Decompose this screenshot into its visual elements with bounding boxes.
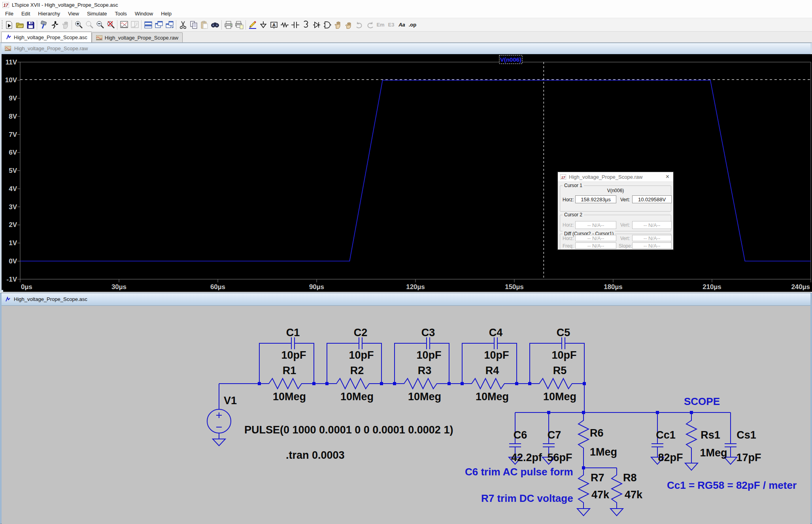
- move-button[interactable]: [332, 20, 343, 30]
- print-preview-button[interactable]: [234, 20, 244, 30]
- menu-view[interactable]: View: [64, 10, 83, 17]
- menu-hierarchy[interactable]: Hierarchy: [34, 10, 64, 17]
- component-name-c7[interactable]: C7: [548, 429, 561, 441]
- component-value-cc1[interactable]: 82pF: [658, 452, 683, 463]
- wire-button[interactable]: [247, 20, 258, 30]
- c6-annotation[interactable]: C6 trim AC pulse form: [465, 466, 573, 478]
- cursor1-horz-field[interactable]: 158.92283µs: [575, 195, 616, 203]
- component-value-r7[interactable]: 47k: [591, 489, 610, 501]
- component-name-c2[interactable]: C2: [354, 327, 368, 339]
- zoom-in-button[interactable]: [73, 20, 84, 30]
- component-button[interactable]: [322, 20, 332, 30]
- trace-label[interactable]: V(n006): [500, 56, 521, 63]
- control-panel-button[interactable]: [38, 20, 49, 30]
- trace-vn006[interactable]: [20, 80, 811, 261]
- component-name-v1[interactable]: V1: [224, 395, 237, 407]
- run-button[interactable]: [4, 20, 14, 30]
- diode-button[interactable]: [311, 20, 322, 30]
- find-button[interactable]: [210, 20, 220, 30]
- component-value-cs1[interactable]: 17pF: [736, 452, 761, 463]
- trace-label-box[interactable]: V(n006): [499, 55, 522, 64]
- cursor1-vert-field[interactable]: 10.029588V: [632, 195, 672, 203]
- component-value-r8[interactable]: 47k: [625, 489, 643, 501]
- mirror-button[interactable]: Em: [375, 20, 386, 30]
- component-name-cs1[interactable]: Cs1: [736, 429, 756, 441]
- zoom-out-button[interactable]: [94, 20, 105, 30]
- open-button[interactable]: [14, 20, 25, 30]
- component-name-r7[interactable]: R7: [591, 472, 604, 484]
- component-name-r4[interactable]: R4: [485, 365, 499, 376]
- copy-button[interactable]: [188, 20, 199, 30]
- cut-button[interactable]: [178, 20, 188, 30]
- save-button[interactable]: [25, 20, 36, 30]
- component-value-r1[interactable]: 10Meg: [273, 391, 306, 403]
- component-name-c5[interactable]: C5: [557, 327, 570, 339]
- menu-file[interactable]: File: [2, 10, 17, 17]
- zoom-window-button[interactable]: [84, 20, 94, 30]
- component-value-r6[interactable]: 1Meg: [590, 446, 617, 458]
- close-icon[interactable]: ×: [664, 173, 671, 180]
- component-value-rs1[interactable]: 1Meg: [700, 447, 727, 459]
- component-value-c3[interactable]: 10pF: [416, 349, 441, 361]
- cursor-dialog-titlebar[interactable]: 17 High_voltage_Prope_Scope.raw ×: [558, 172, 673, 182]
- r7-annotation[interactable]: R7 trim DC voltage: [481, 492, 573, 504]
- component-value-c2[interactable]: 10pF: [349, 349, 374, 361]
- halt-button[interactable]: [49, 20, 60, 30]
- resistor-button[interactable]: [279, 20, 290, 30]
- undo-button[interactable]: [354, 20, 364, 30]
- pan-button[interactable]: [60, 20, 70, 30]
- tile-vertical-button[interactable]: [143, 20, 153, 30]
- component-value-r5[interactable]: 10Meg: [543, 391, 576, 403]
- component-name-c1[interactable]: C1: [286, 327, 300, 339]
- component-value-r3[interactable]: 10Meg: [408, 391, 441, 403]
- tab-waveform[interactable]: High_voltage_Prope_Scope.raw: [92, 32, 183, 42]
- component-name-cc1[interactable]: Cc1: [656, 429, 676, 441]
- scope-annotation[interactable]: SCOPE: [684, 395, 720, 407]
- component-name-r2[interactable]: R2: [350, 365, 364, 376]
- spice-directive-button[interactable]: .op: [407, 20, 418, 30]
- ground-button[interactable]: [258, 20, 268, 30]
- component-value-c5[interactable]: 10pF: [551, 349, 576, 361]
- menu-tools[interactable]: Tools: [111, 10, 130, 17]
- cascade-button[interactable]: [164, 20, 175, 30]
- redo-button[interactable]: [364, 20, 375, 30]
- component-name-c6[interactable]: C6: [514, 429, 527, 441]
- tran-directive[interactable]: .tran 0.0003: [286, 449, 345, 461]
- plot-pane-button[interactable]: [119, 20, 129, 30]
- component-name-r3[interactable]: R3: [418, 365, 432, 376]
- menu-window[interactable]: Window: [131, 10, 157, 17]
- paste-button[interactable]: [199, 20, 210, 30]
- print-button[interactable]: [223, 20, 234, 30]
- tab-schematic[interactable]: High_voltage_Prope_Scope.asc: [1, 32, 92, 42]
- schematic-canvas[interactable]: C1 10pF R1 10Meg C2 10pF R2 10Meg C3 10p…: [2, 306, 810, 524]
- component-name-c3[interactable]: C3: [421, 327, 435, 339]
- cc1-annotation[interactable]: Cc1 = RG58 = 82pF / meter: [667, 479, 797, 491]
- component-name-r1[interactable]: R1: [283, 365, 296, 376]
- component-value-r2[interactable]: 10Meg: [340, 391, 374, 403]
- component-value-c1[interactable]: 10pF: [281, 349, 306, 361]
- component-name-c4[interactable]: C4: [489, 327, 503, 339]
- text-button[interactable]: Aa: [397, 20, 407, 30]
- component-value-c4[interactable]: 10pF: [484, 349, 509, 361]
- menu-help[interactable]: Help: [157, 10, 175, 17]
- label-button[interactable]: A: [268, 20, 279, 30]
- component-name-r5[interactable]: R5: [553, 365, 567, 376]
- capacitor-button[interactable]: [290, 20, 300, 30]
- component-value-c7[interactable]: 56pF: [547, 452, 572, 463]
- tile-horizontal-button[interactable]: [153, 20, 164, 30]
- component-name-r6[interactable]: R6: [590, 427, 604, 439]
- zoom-extents-button[interactable]: [105, 20, 116, 30]
- waveform-plot-canvas[interactable]: 11V 10V 9V 8V 7V 6V 5V 4V 3V 2V 1V 0V -1…: [3, 54, 812, 292]
- plot-settings-button[interactable]: [129, 20, 140, 30]
- component-value-r4[interactable]: 10Meg: [476, 391, 509, 403]
- menu-simulate[interactable]: Simulate: [83, 10, 111, 17]
- v1-pulse-directive[interactable]: PULSE(0 1000 0.0001 0 0 0.0001 0.0002 1): [244, 424, 453, 436]
- cursor-dialog[interactable]: 17 High_voltage_Prope_Scope.raw × Cursor…: [557, 171, 674, 250]
- inductor-button[interactable]: [300, 20, 311, 30]
- component-name-r8[interactable]: R8: [623, 472, 637, 484]
- component-name-rs1[interactable]: Rs1: [701, 429, 720, 441]
- component-value-c6[interactable]: 42.2pf: [511, 452, 542, 463]
- drag-button[interactable]: [343, 20, 354, 30]
- menu-edit[interactable]: Edit: [18, 10, 34, 17]
- rotate-button[interactable]: E3: [386, 20, 397, 30]
